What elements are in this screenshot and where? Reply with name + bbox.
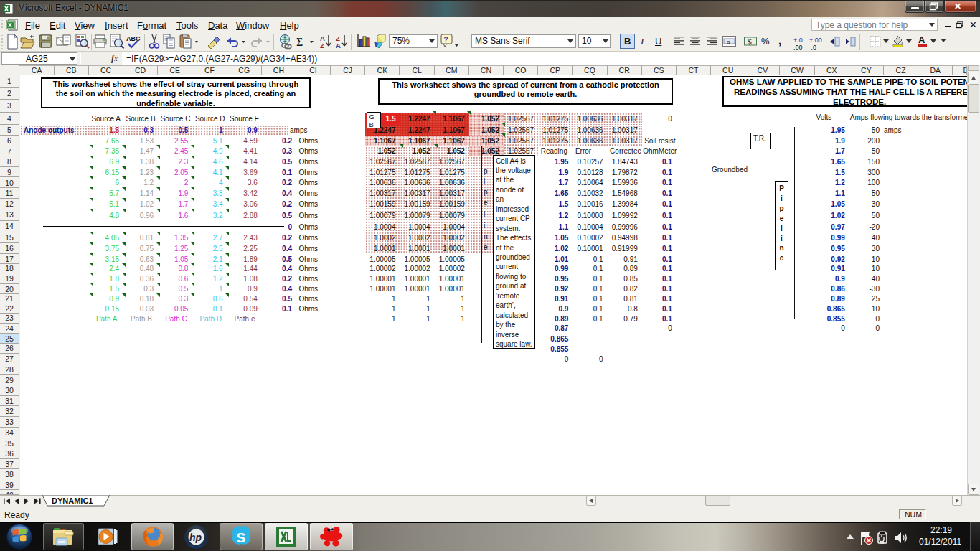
svg-text:Σ: Σ bbox=[296, 36, 303, 48]
svg-text:ABC: ABC bbox=[126, 35, 141, 42]
svg-text:A: A bbox=[336, 42, 341, 50]
svg-text:a: a bbox=[727, 39, 730, 45]
svg-text:S: S bbox=[237, 530, 246, 545]
svg-text:hp: hp bbox=[189, 532, 202, 543]
svg-text:Z: Z bbox=[320, 42, 324, 50]
svg-text:$: $ bbox=[748, 38, 752, 46]
svg-text:?: ? bbox=[444, 36, 448, 44]
